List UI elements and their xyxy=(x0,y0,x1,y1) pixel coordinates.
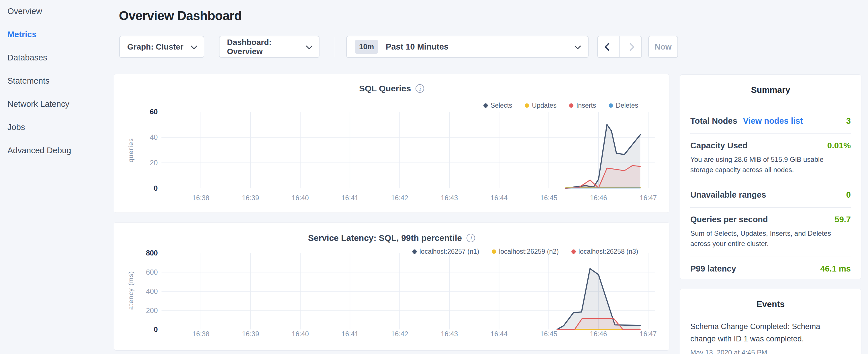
summary-row-label: Capacity Used xyxy=(690,141,748,150)
summary-row-label: Unavailable ranges xyxy=(690,190,766,200)
svg-text:200: 200 xyxy=(146,307,158,315)
svg-text:16:40: 16:40 xyxy=(292,194,309,202)
sidebar-item-statements[interactable]: Statements xyxy=(7,76,115,85)
svg-text:16:46: 16:46 xyxy=(590,194,607,202)
svg-text:16:44: 16:44 xyxy=(491,194,508,202)
svg-text:800: 800 xyxy=(146,249,158,257)
chart-plot: 16:3816:3916:4016:4116:4216:4316:4416:45… xyxy=(114,223,669,350)
svg-text:40: 40 xyxy=(150,133,158,141)
now-button-label: Now xyxy=(654,42,672,52)
svg-text:0: 0 xyxy=(154,184,158,192)
graph-selector-label: Graph: Cluster xyxy=(127,42,183,52)
graph-selector-dropdown[interactable]: Graph: Cluster xyxy=(119,36,204,58)
svg-text:400: 400 xyxy=(146,287,158,295)
events-title: Events xyxy=(690,299,851,309)
summary-rows: Total NodesView nodes list3Capacity Used… xyxy=(690,109,851,281)
admin-ui: OverviewMetricsDatabasesStatementsNetwor… xyxy=(0,0,868,354)
summary-row-value: 59.7 xyxy=(835,215,851,224)
summary-row-value: 0.01% xyxy=(827,141,851,150)
chart-plot: 16:3816:3916:4016:4116:4216:4316:4416:45… xyxy=(114,74,669,213)
summary-row: Queries per second59.7Sum of Selects, Up… xyxy=(690,207,851,257)
svg-text:16:43: 16:43 xyxy=(441,330,458,338)
svg-text:16:44: 16:44 xyxy=(491,330,508,338)
chevron-left-icon xyxy=(604,43,613,51)
event-text: Schema Change Completed: Schema change w… xyxy=(690,321,828,345)
svg-text:queries: queries xyxy=(127,138,134,162)
svg-text:16:38: 16:38 xyxy=(192,194,210,202)
svg-text:16:41: 16:41 xyxy=(341,194,359,202)
summary-row: Capacity Used0.01%You are using 28.6 MiB… xyxy=(690,134,851,183)
event-timestamp: May 13, 2020 at 4:45 PM xyxy=(690,349,851,354)
chevron-right-icon xyxy=(626,43,634,51)
summary-row-value: 0 xyxy=(846,190,851,200)
svg-text:16:39: 16:39 xyxy=(242,330,259,338)
events-panel: Events Schema Change Completed: Schema c… xyxy=(680,289,861,354)
summary-row-value: 3 xyxy=(846,116,851,126)
summary-row-label: Queries per second xyxy=(690,215,768,224)
view-nodes-list-link[interactable]: View nodes list xyxy=(743,116,803,126)
sidebar-item-advanced-debug[interactable]: Advanced Debug xyxy=(7,146,115,155)
summary-row: Unavailable ranges0 xyxy=(690,183,851,207)
svg-text:20: 20 xyxy=(150,159,158,167)
event-item: Schema Change Completed: Schema change w… xyxy=(690,321,851,354)
sidebar-item-jobs[interactable]: Jobs xyxy=(7,123,115,131)
page-title: Overview Dashboard xyxy=(119,9,242,23)
svg-text:16:46: 16:46 xyxy=(590,330,607,338)
toolbar-divider xyxy=(335,37,335,57)
chevron-down-icon xyxy=(306,43,313,49)
svg-text:latency (ms): latency (ms) xyxy=(127,271,134,312)
sidebar-item-overview[interactable]: Overview xyxy=(7,7,115,15)
dashboard-selector-label: Dashboard: Overview xyxy=(227,38,307,56)
summary-row: Total NodesView nodes list3 xyxy=(690,109,851,134)
svg-text:16:39: 16:39 xyxy=(242,194,259,202)
svg-text:16:42: 16:42 xyxy=(391,194,408,202)
time-window-badge: 10m xyxy=(355,40,378,54)
svg-text:16:42: 16:42 xyxy=(391,330,408,338)
svg-text:16:40: 16:40 xyxy=(292,330,309,338)
time-window-label: Past 10 Minutes xyxy=(386,42,448,52)
now-button[interactable]: Now xyxy=(648,36,678,58)
summary-row-label: Total Nodes xyxy=(690,116,737,126)
svg-text:16:45: 16:45 xyxy=(540,194,557,202)
summary-panel: Summary Total NodesView nodes list3Capac… xyxy=(680,74,861,279)
time-range-dropdown[interactable]: 10m Past 10 Minutes xyxy=(346,36,589,58)
summary-row-value: 46.1 ms xyxy=(820,264,851,273)
svg-text:16:45: 16:45 xyxy=(540,330,557,338)
chart-card-service-latency: Service Latency: SQL, 99th percentile i … xyxy=(114,222,670,351)
svg-text:60: 60 xyxy=(150,108,158,116)
sidebar-item-databases[interactable]: Databases xyxy=(7,53,115,62)
svg-text:16:47: 16:47 xyxy=(640,194,657,202)
summary-title: Summary xyxy=(690,85,851,95)
events-list: Schema Change Completed: Schema change w… xyxy=(690,321,851,354)
time-pager xyxy=(597,36,642,58)
sidebar-item-metrics[interactable]: Metrics xyxy=(7,30,115,39)
svg-text:0: 0 xyxy=(154,325,158,333)
summary-row-description: Sum of Selects, Updates, Inserts, and De… xyxy=(690,228,844,249)
svg-text:16:43: 16:43 xyxy=(441,194,458,202)
chart-card-sql-queries: SQL Queries i SelectsUpdatesInsertsDelet… xyxy=(114,74,670,213)
previous-range-button[interactable] xyxy=(598,36,620,57)
summary-row-label: P99 latency xyxy=(690,264,736,273)
svg-text:16:47: 16:47 xyxy=(640,330,657,338)
svg-text:16:41: 16:41 xyxy=(341,330,359,338)
svg-text:600: 600 xyxy=(146,268,158,276)
dashboard-selector-dropdown[interactable]: Dashboard: Overview xyxy=(219,36,319,58)
summary-row-description: You are using 28.6 MiB of 515.9 GiB usab… xyxy=(690,154,844,175)
svg-text:16:38: 16:38 xyxy=(192,330,210,338)
next-range-button[interactable] xyxy=(620,36,641,57)
chevron-down-icon xyxy=(575,43,581,49)
sidebar-item-network-latency[interactable]: Network Latency xyxy=(7,100,115,108)
sidebar: OverviewMetricsDatabasesStatementsNetwor… xyxy=(0,0,115,354)
chevron-down-icon xyxy=(191,43,197,49)
summary-row: P99 latency46.1 ms xyxy=(690,257,851,281)
